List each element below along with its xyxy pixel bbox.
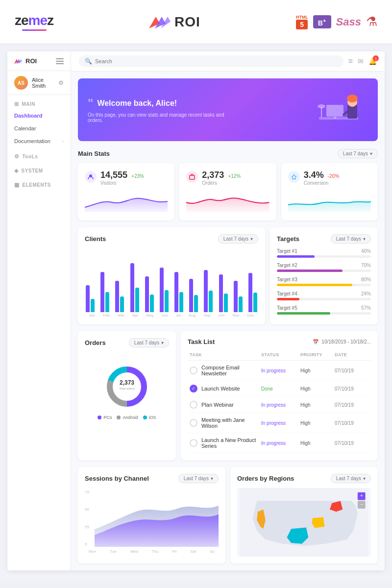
visitors-value: 14,555 (100, 170, 127, 180)
stat-card-orders: 2,373 +12% Orders (179, 163, 276, 220)
x-axis-label: Jan (89, 313, 95, 318)
menu-lines-icon[interactable]: ≡ (348, 57, 353, 66)
orders-filter[interactable]: Last 7 days ▾ (129, 338, 169, 347)
sessions-filter[interactable]: Last 7 days ▾ (178, 474, 219, 483)
chevron-down-icon: ▾ (211, 476, 213, 481)
orders-chart (186, 193, 269, 212)
x-axis-label: Aug (189, 313, 196, 318)
purple-bar (100, 272, 104, 312)
x-axis-label: Oct (219, 313, 224, 318)
html5-badge: HTML 5 (296, 15, 308, 29)
sidebar-roi-icon (14, 58, 23, 65)
cyan-bar (239, 296, 243, 312)
dashboard-inner: ROI AS Alice Smith ⚙ ⊞ MAIN Dashboard Ca… (7, 51, 385, 570)
svg-rect-8 (334, 117, 336, 119)
sidebar-item-dashboard[interactable]: Dashboard (7, 109, 71, 122)
y-axis-label: 0 (85, 542, 89, 546)
donut-legend: PCsAndroidiOS (98, 415, 156, 420)
topbar: 🔍 ≡ ✉ 🔔 1 (71, 51, 385, 72)
stat-card-conversion: 3.4% -20% Conversion (281, 163, 378, 220)
user-settings-icon[interactable]: ⚙ (58, 79, 64, 86)
x-axis-label: Feb (103, 313, 110, 318)
target-name: Target #4 (277, 291, 297, 296)
avatar: AS (14, 76, 28, 90)
target-pct: 80% (361, 277, 371, 282)
orders-title: Orders (85, 339, 106, 346)
task-checkbox[interactable] (190, 367, 197, 374)
task-date: 07/10/19 (335, 420, 369, 426)
orders-regions-title: Orders by Regions (237, 475, 294, 482)
bar-group (233, 281, 244, 312)
bar-chart-x-labels: JanFebMarAprMayJunJulAugSepOctNovDec (85, 313, 258, 318)
grid-icon: ⊞ (14, 101, 19, 107)
sessions-x-label: Sat (190, 549, 196, 554)
task-checkbox[interactable]: ✓ (190, 385, 197, 392)
targets-filter[interactable]: Last 7 days ▾ (331, 234, 371, 244)
bar-group (129, 263, 140, 312)
main-stats-filter[interactable]: Last 7 days ▾ (338, 149, 378, 158)
sidebar-item-calendar[interactable]: Calendar (7, 122, 71, 135)
cyan-bar (179, 292, 183, 312)
visitors-chart (85, 193, 168, 212)
bar-group (218, 274, 229, 312)
task-row: Compose Email Newsletter In progress Hig… (188, 361, 371, 381)
donut-wrapper: 2,373 Total orders PCsAndroidiOS (85, 352, 169, 430)
cyan-bar (150, 294, 154, 312)
elements-icon: ▦ (14, 182, 20, 188)
svg-marker-17 (292, 174, 296, 179)
task-name: Meeting with Jane Wilson (201, 417, 261, 429)
bar-group (247, 273, 258, 312)
main-stats-title: Main Stats (78, 150, 110, 157)
clients-filter[interactable]: Last 7 days ▾ (218, 234, 258, 244)
task-row: ✓ Launch Website Done High 07/10/19 (188, 381, 371, 397)
stat-card-visitors: 14,555 +23% Visitors (78, 163, 174, 220)
task-checkbox[interactable] (190, 439, 197, 447)
task-name-cell: Compose Email Newsletter (190, 365, 261, 376)
task-checkbox[interactable] (190, 419, 197, 427)
task-checkbox[interactable] (190, 401, 197, 409)
purple-bar (219, 274, 223, 312)
target-name: Target #2 (277, 263, 297, 268)
sidebar-logo-text: ROI (25, 57, 37, 65)
visitors-icon (85, 171, 97, 183)
sidebar: ROI AS Alice Smith ⚙ ⊞ MAIN Dashboard Ca… (7, 51, 71, 570)
task-date: 07/10/19 (335, 441, 369, 446)
clients-bar-chart (85, 248, 258, 312)
target-bar-bg (277, 284, 371, 286)
task-date: 07/10/19 (335, 368, 369, 373)
target-bar-fill (277, 284, 352, 286)
chevron-down-icon: ▾ (370, 151, 372, 156)
orders-card: Orders Last 7 days ▾ (78, 331, 176, 460)
dashboard-container: ROI AS Alice Smith ⚙ ⊞ MAIN Dashboard Ca… (0, 44, 392, 583)
purple-bar (130, 263, 134, 312)
tools-icon: ⚙ (14, 153, 20, 160)
bootstrap-badge: B+ (313, 15, 331, 29)
cyan-bar (209, 291, 213, 312)
notification-wrapper: 🔔 1 (368, 57, 377, 65)
orders-regions-filter[interactable]: Last 7 days ▾ (331, 474, 371, 483)
svg-rect-16 (190, 175, 195, 179)
clients-title: Clients (85, 235, 106, 243)
task-date: 07/10/19 (335, 386, 369, 392)
task-name-cell: Launch a New Product Series (190, 437, 261, 449)
hamburger-menu[interactable] (56, 58, 64, 64)
html5-number: 5 (296, 20, 308, 29)
search-icon: 🔍 (85, 58, 92, 65)
sessions-x-label: Thu (152, 549, 159, 554)
target-item: Target #4 24% (277, 291, 371, 300)
clients-card: Clients Last 7 days ▾ JanFebMarAprMayJun… (78, 227, 265, 324)
target-list: Target #1 40% Target #2 70% Target #3 80… (277, 248, 371, 315)
main-stats-header: Main Stats Last 7 days ▾ (78, 149, 378, 158)
svg-rect-11 (347, 105, 357, 119)
sidebar-user-section: AS Alice Smith ⚙ (7, 71, 71, 95)
x-axis-label: Nov (232, 313, 239, 318)
zemes-underline (22, 29, 47, 31)
orders-tasks-section: Orders Last 7 days ▾ (78, 331, 378, 460)
mail-icon[interactable]: ✉ (358, 57, 364, 65)
calendar-icon: 📅 (313, 339, 318, 344)
legend-dot (143, 416, 147, 419)
target-bar-fill (277, 270, 343, 272)
search-box[interactable]: 🔍 (79, 55, 343, 67)
sidebar-item-documentation[interactable]: Documentation › (7, 135, 71, 147)
search-input[interactable] (95, 58, 338, 64)
